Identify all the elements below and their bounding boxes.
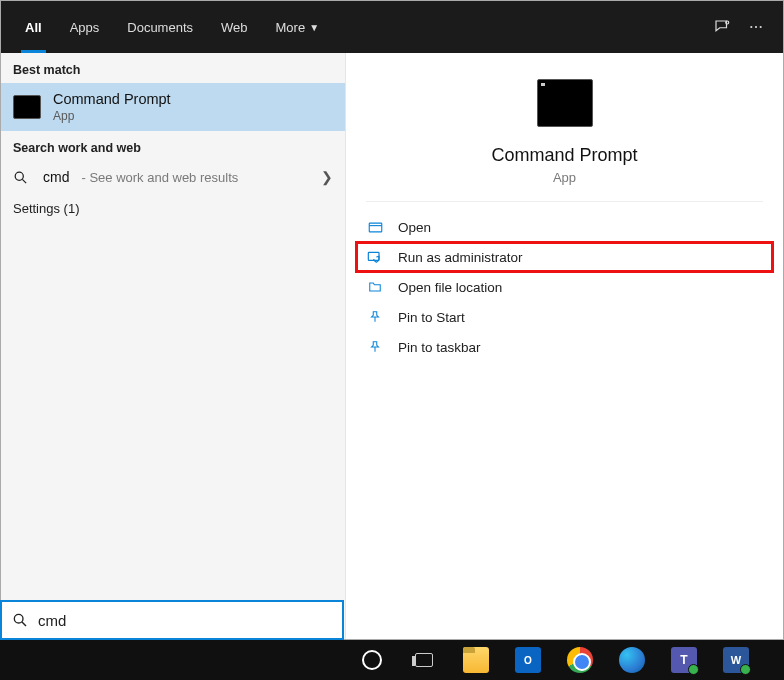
feedback-icon[interactable] [705,1,739,53]
best-match-result[interactable]: Command Prompt App [1,83,345,131]
web-search-query: cmd [43,169,69,185]
preview-title: Command Prompt [491,145,637,166]
cortana-button[interactable] [350,641,394,679]
svg-point-4 [15,172,23,180]
admin-icon [366,249,384,265]
action-pin-to-taskbar[interactable]: Pin to taskbar [356,332,773,362]
action-open-file-location[interactable]: Open file location [356,272,773,302]
action-open[interactable]: Open [356,212,773,242]
chevron-down-icon: ▼ [309,22,319,33]
results-column: Best match Command Prompt App Search wor… [1,53,345,639]
svg-point-0 [726,21,729,24]
svg-point-3 [760,26,762,28]
edge-button[interactable] [610,641,654,679]
svg-point-9 [14,614,23,623]
chrome-icon [567,647,593,673]
task-view-icon [415,653,433,667]
outlook-button[interactable]: O [506,641,550,679]
task-view-button[interactable] [402,641,446,679]
settings-section-label[interactable]: Settings (1) [1,193,345,224]
preview-subtitle: App [553,170,576,185]
best-match-subtitle: App [53,109,171,123]
pin-start-icon [366,309,384,325]
tab-documents[interactable]: Documents [113,1,207,53]
action-open-label: Open [398,220,431,235]
search-input[interactable] [38,612,332,629]
action-run-admin-label: Run as administrator [398,250,523,265]
action-pin-taskbar-label: Pin to taskbar [398,340,481,355]
svg-line-10 [22,622,26,626]
best-match-title: Command Prompt [53,91,171,107]
svg-point-2 [755,26,757,28]
action-open-loc-label: Open file location [398,280,502,295]
action-pin-to-start[interactable]: Pin to Start [356,302,773,332]
search-body: Best match Command Prompt App Search wor… [1,53,783,639]
tab-more[interactable]: More ▼ [262,1,334,53]
open-icon [366,219,384,235]
action-run-as-administrator[interactable]: Run as administrator [356,242,773,272]
tab-more-label: More [276,20,306,35]
tab-all[interactable]: All [11,1,56,53]
teams-icon: T [671,647,697,673]
start-search-panel: All Apps Documents Web More ▼ Best match… [0,0,784,640]
action-pin-start-label: Pin to Start [398,310,465,325]
tab-web[interactable]: Web [207,1,262,53]
cortana-icon [362,650,382,670]
more-options-icon[interactable] [739,1,773,53]
search-work-web-label: Search work and web [1,131,345,161]
word-button[interactable]: W [714,641,758,679]
search-icon [12,612,28,628]
svg-line-5 [22,179,26,183]
chrome-button[interactable] [558,641,602,679]
preview-header: Command Prompt App [366,53,763,202]
edge-icon [619,647,645,673]
pin-taskbar-icon [366,339,384,355]
folder-icon [366,279,384,295]
web-search-hint: - See work and web results [81,170,238,185]
word-icon: W [723,647,749,673]
action-list: Open Run as administrator Open file loca… [346,202,783,372]
search-icon [13,170,31,185]
preview-command-prompt-icon [537,79,593,127]
preview-pane: Command Prompt App Open Run as administr… [345,53,783,639]
svg-rect-6 [369,223,382,232]
web-search-row[interactable]: cmd - See work and web results ❯ [1,161,345,193]
search-tabrow: All Apps Documents Web More ▼ [1,1,783,53]
taskbar: O T W [0,640,784,680]
chevron-right-icon: ❯ [321,169,333,185]
outlook-icon: O [515,647,541,673]
file-explorer-button[interactable] [454,641,498,679]
svg-point-1 [750,26,752,28]
command-prompt-icon [13,95,41,119]
tab-apps[interactable]: Apps [56,1,114,53]
taskbar-search-box[interactable] [0,600,344,640]
teams-button[interactable]: T [662,641,706,679]
file-explorer-icon [463,647,489,673]
best-match-label: Best match [1,53,345,83]
